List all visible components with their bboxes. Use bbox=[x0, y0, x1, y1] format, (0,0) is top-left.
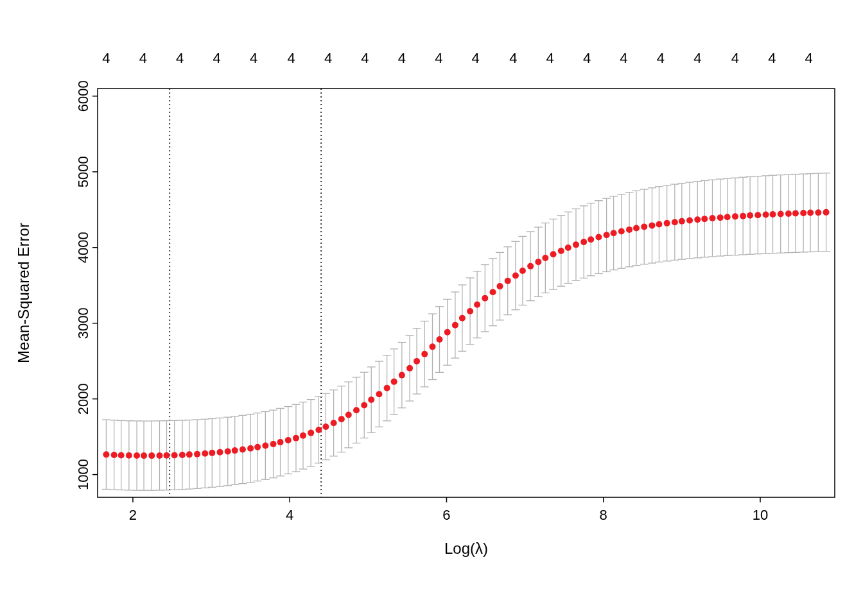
mse-point bbox=[270, 441, 277, 447]
mse-point bbox=[399, 372, 405, 379]
mse-point bbox=[807, 210, 814, 216]
plot-box bbox=[98, 89, 835, 497]
mse-point bbox=[535, 259, 541, 265]
mse-point bbox=[277, 439, 284, 445]
mse-point bbox=[421, 351, 428, 357]
mse-point bbox=[353, 407, 360, 413]
mse-point bbox=[580, 239, 587, 245]
x-tick-label: 8 bbox=[600, 507, 607, 523]
mse-point bbox=[686, 217, 693, 223]
top-df-label: 4 bbox=[213, 50, 221, 66]
mse-point bbox=[141, 452, 147, 459]
mse-point bbox=[558, 248, 564, 254]
y-tick-label: 4000 bbox=[75, 232, 91, 263]
mse-point bbox=[384, 385, 390, 391]
top-df-label: 4 bbox=[250, 50, 257, 66]
x-tick-label: 2 bbox=[129, 507, 137, 523]
mse-point bbox=[595, 234, 602, 241]
mse-point bbox=[823, 209, 830, 216]
mse-point bbox=[656, 221, 662, 228]
mse-point bbox=[618, 228, 625, 234]
y-tick-label: 1000 bbox=[75, 459, 91, 490]
mse-point bbox=[148, 452, 155, 459]
y-tick-label: 5000 bbox=[75, 156, 91, 187]
mse-point bbox=[225, 449, 231, 455]
mse-point bbox=[111, 452, 118, 458]
mse-point bbox=[232, 447, 238, 454]
mse-point bbox=[747, 212, 753, 219]
mse-point bbox=[467, 308, 473, 314]
mse-point bbox=[505, 278, 511, 284]
mse-point bbox=[633, 225, 640, 232]
mse-point bbox=[565, 244, 571, 251]
mse-point bbox=[542, 255, 548, 261]
top-df-label: 4 bbox=[472, 50, 480, 66]
top-df-label: 4 bbox=[361, 50, 369, 66]
top-df-label: 4 bbox=[583, 50, 591, 66]
mse-point bbox=[217, 449, 223, 456]
mse-point bbox=[672, 219, 678, 225]
mse-point bbox=[368, 397, 374, 403]
top-df-label: 4 bbox=[176, 50, 184, 66]
mse-point bbox=[519, 268, 526, 274]
mse-point bbox=[459, 315, 466, 321]
mse-point bbox=[815, 209, 821, 216]
x-axis-label: Log(λ) bbox=[444, 540, 488, 557]
mse-point bbox=[724, 214, 731, 220]
top-df-label: 4 bbox=[324, 50, 332, 66]
mse-point bbox=[550, 251, 557, 257]
top-df-label: 4 bbox=[657, 50, 665, 66]
mse-point bbox=[763, 212, 769, 218]
mse-point bbox=[186, 451, 193, 458]
mse-point bbox=[679, 218, 685, 225]
mse-point bbox=[436, 336, 442, 343]
mse-point bbox=[452, 322, 458, 329]
x-tick-label: 4 bbox=[286, 507, 293, 523]
mse-point bbox=[209, 450, 215, 456]
mse-point bbox=[361, 402, 367, 408]
mse-point bbox=[338, 416, 345, 422]
y-tick-label: 6000 bbox=[75, 80, 91, 112]
mse-point bbox=[179, 452, 186, 458]
mse-point bbox=[406, 365, 413, 372]
mse-point bbox=[345, 411, 352, 418]
x-tick-label: 6 bbox=[442, 507, 450, 523]
mse-point bbox=[588, 236, 594, 243]
mse-point bbox=[171, 452, 178, 458]
mse-point bbox=[202, 450, 208, 457]
top-df-label: 4 bbox=[102, 50, 110, 66]
mse-point bbox=[512, 272, 519, 278]
mse-point bbox=[778, 210, 784, 217]
mse-point bbox=[118, 452, 125, 458]
mse-point bbox=[254, 444, 261, 450]
top-df-label: 4 bbox=[139, 50, 147, 66]
mse-point bbox=[527, 263, 534, 270]
mse-point bbox=[308, 430, 314, 436]
mse-point bbox=[126, 452, 132, 459]
mse-point bbox=[611, 230, 617, 236]
mse-point bbox=[414, 358, 420, 364]
mse-point bbox=[194, 451, 200, 458]
mse-point bbox=[429, 343, 435, 350]
mse-point bbox=[444, 329, 451, 336]
mse-point bbox=[754, 212, 761, 218]
mse-point bbox=[262, 442, 268, 449]
mse-point bbox=[490, 289, 496, 295]
mse-point bbox=[331, 420, 337, 426]
mse-point bbox=[376, 391, 382, 397]
mse-point bbox=[103, 451, 109, 458]
y-axis-label: Mean-Squared Error bbox=[15, 223, 32, 363]
y-tick-label: 2000 bbox=[75, 383, 91, 415]
mse-point bbox=[701, 216, 708, 222]
mse-point bbox=[694, 216, 701, 223]
mse-point bbox=[740, 213, 746, 219]
top-df-label: 4 bbox=[620, 50, 627, 66]
mse-point bbox=[315, 427, 322, 433]
mse-point bbox=[474, 302, 480, 308]
mse-point bbox=[293, 435, 299, 441]
y-tick-label: 3000 bbox=[75, 307, 91, 339]
mse-point bbox=[732, 213, 738, 219]
mse-point bbox=[300, 432, 306, 439]
mse-point bbox=[391, 379, 397, 385]
top-df-label: 4 bbox=[509, 50, 517, 66]
